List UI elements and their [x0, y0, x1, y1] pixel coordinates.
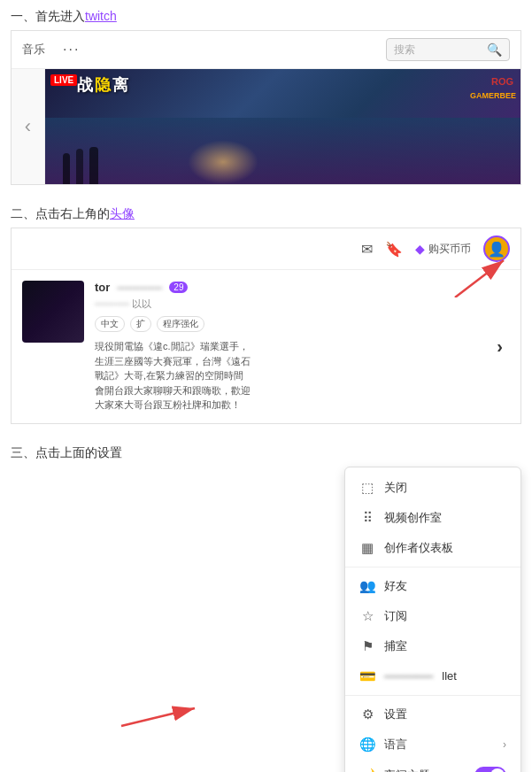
- step1-label: 一、首先进入twitch: [0, 0, 532, 30]
- dashboard-icon: ▦: [359, 540, 375, 556]
- profile-name-row: tor ────── 29: [95, 281, 479, 294]
- language-arrow-icon: ›: [503, 738, 506, 751]
- settings-dropdown-menu: ⬚ 关闭 ⠿ 视频创作室 ▦ 创作者仪表板 👥 好友 ☆ 订阅 ⚑ 捕室 💳 ─…: [344, 467, 521, 773]
- menu-item-friends[interactable]: 👥 好友: [345, 571, 520, 601]
- step3-label: 三、点击上面的设置: [0, 436, 532, 467]
- video-title: 战隐离: [77, 74, 130, 96]
- menu-night-mode-label: 夜间主题: [384, 768, 430, 773]
- menu-settings-label: 设置: [384, 706, 407, 722]
- search-bar[interactable]: 搜索 🔍: [386, 38, 510, 61]
- search-placeholder: 搜索: [394, 42, 415, 58]
- settings-arrow-svg: [117, 699, 205, 735]
- stage-light: [188, 140, 258, 184]
- profile-tags: 中文 扩 程序强化: [95, 316, 479, 332]
- language-icon: 🌐: [359, 737, 375, 753]
- capture-icon: ⚑: [359, 638, 375, 654]
- menu-item-settings[interactable]: ⚙ 设置: [345, 699, 520, 730]
- subscribe-icon: ☆: [359, 608, 375, 624]
- profile-chevron-right[interactable]: ›: [490, 281, 510, 413]
- menu-capture-label: 捕室: [384, 638, 407, 654]
- profile-avatar-image: [22, 281, 84, 343]
- night-mode-icon: 🌙: [359, 768, 375, 773]
- menu-close-label: 关闭: [384, 480, 407, 496]
- menu-wallet-label-blurred: ──────: [384, 669, 433, 683]
- menu-item-night-mode[interactable]: 🌙 夜间主题: [345, 760, 520, 773]
- menu-item-close[interactable]: ⬚ 关闭: [345, 473, 520, 503]
- night-mode-toggle[interactable]: [474, 767, 506, 773]
- toggle-knob: [490, 768, 505, 773]
- twitch-topbar: 音乐 ··· 搜索 🔍: [12, 31, 520, 69]
- wallet-icon: 💳: [359, 668, 375, 684]
- menu-item-capture[interactable]: ⚑ 捕室: [345, 631, 520, 661]
- left-panel: ‹: [12, 69, 45, 184]
- svg-line-3: [121, 708, 195, 726]
- menu-wallet-suffix: llet: [442, 669, 457, 683]
- tag-program: 程序强化: [157, 316, 204, 332]
- more-nav[interactable]: ···: [63, 42, 80, 58]
- twitch-mockup: 音乐 ··· 搜索 🔍 ‹ LIVE 战隐离 ROG GAMERBEE: [11, 30, 521, 185]
- profile-level: 29: [169, 282, 188, 293]
- avatar-overlay: [22, 281, 84, 343]
- section2-container: ✉ 🔖 ◆ 购买币币 👤 tor ────── 29: [11, 228, 521, 424]
- menu-language-label: 语言: [384, 737, 407, 753]
- twitch-content-area: ‹ LIVE 战隐离 ROG GAMERBEE: [12, 69, 520, 184]
- music-nav[interactable]: 音乐: [22, 42, 45, 58]
- close-menu-icon: ⬚: [359, 480, 375, 496]
- menu-item-wallet[interactable]: 💳 ────── llet: [345, 661, 520, 691]
- bookmark-icon[interactable]: 🔖: [385, 241, 403, 258]
- menu-item-subscribe[interactable]: ☆ 订阅: [345, 601, 520, 631]
- divider-1: [345, 567, 520, 567]
- profile-sub-text: ───── 以以: [95, 297, 479, 311]
- arrow-svg: [446, 253, 508, 297]
- menu-item-creator-dashboard[interactable]: ▦ 创作者仪表板: [345, 533, 520, 563]
- search-icon[interactable]: 🔍: [487, 42, 502, 57]
- red-arrow-to-settings: [117, 699, 205, 737]
- menu-video-studio-label: 视频创作室: [384, 510, 442, 526]
- menu-creator-dashboard-label: 创作者仪表板: [384, 540, 453, 556]
- dropdown-container: ⬚ 关闭 ⠿ 视频创作室 ▦ 创作者仪表板 👥 好友 ☆ 订阅 ⚑ 捕室 💳 ─…: [11, 467, 521, 773]
- svg-line-1: [455, 260, 504, 297]
- menu-friends-label: 好友: [384, 578, 407, 594]
- profile-username: tor: [95, 281, 110, 294]
- profile-info: tor ────── 29 ───── 以以 中文 扩 程序强化 現役閒電協《違…: [95, 281, 479, 413]
- tag-expand: 扩: [130, 316, 151, 332]
- divider-2: [345, 695, 520, 696]
- live-badge: LIVE: [50, 74, 77, 86]
- tag-chinese: 中文: [95, 316, 125, 332]
- gamerbee-text: GAMERBEE: [470, 91, 516, 100]
- chevron-left-icon[interactable]: ‹: [25, 115, 31, 138]
- rog-logo: ROG: [491, 76, 513, 87]
- profile-name-blurred: ──────: [117, 282, 162, 294]
- video-area: LIVE 战隐离 ROG GAMERBEE: [45, 69, 520, 184]
- stage-image: [45, 118, 520, 184]
- settings-icon: ⚙: [359, 706, 375, 722]
- profile-bio: 現役閒電協《違c.閒記》瑞業選手， 生涯三座國等大賽冠軍，台灣《遠石 戰記》大哥…: [95, 339, 479, 413]
- menu-item-video-studio[interactable]: ⠿ 视频创作室: [345, 503, 520, 533]
- red-arrow-to-avatar: [446, 253, 508, 300]
- menu-item-language[interactable]: 🌐 语言 ›: [345, 730, 520, 760]
- profile-topbar: ✉ 🔖 ◆ 购买币币 👤: [12, 228, 520, 270]
- mail-icon[interactable]: ✉: [361, 241, 373, 258]
- menu-subscribe-label: 订阅: [384, 608, 407, 624]
- profile-content: tor ────── 29 ───── 以以 中文 扩 程序强化 現役閒電協《違…: [12, 270, 520, 423]
- coin-icon: ◆: [415, 242, 425, 256]
- friends-icon: 👥: [359, 578, 375, 594]
- video-studio-icon: ⠿: [359, 510, 375, 526]
- step2-label: 二、点击右上角的头像: [0, 197, 532, 228]
